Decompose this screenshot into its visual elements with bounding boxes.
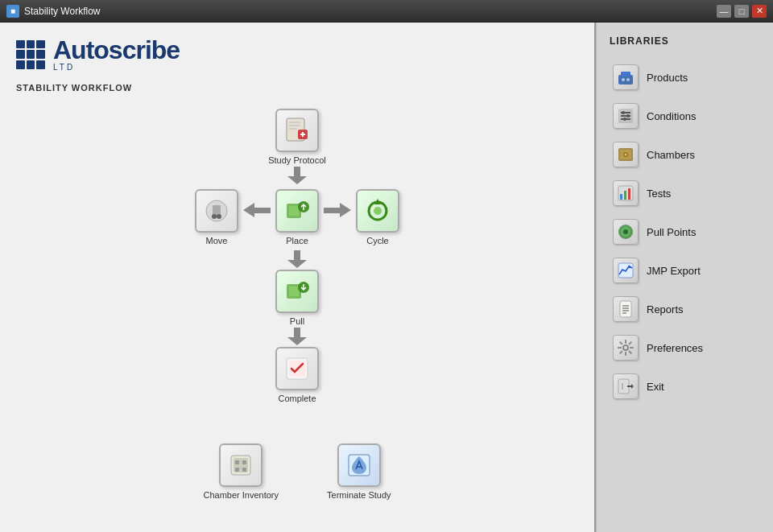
sidebar-item-exit[interactable]: Exit — [606, 369, 763, 404]
terminate-study-label: Terminate Study — [327, 490, 391, 500]
svg-point-39 — [623, 118, 626, 121]
bottom-steps: Chamber Inventory Terminate Study — [203, 443, 391, 524]
chambers-icon — [613, 142, 639, 167]
svg-rect-17 — [289, 287, 299, 296]
place-label: Place — [286, 236, 308, 245]
move-step[interactable]: Move — [195, 189, 238, 245]
svg-rect-25 — [235, 468, 239, 472]
svg-rect-12 — [289, 206, 299, 216]
svg-rect-46 — [624, 191, 626, 200]
svg-rect-26 — [242, 468, 246, 472]
sidebar-item-products[interactable]: Products — [606, 60, 763, 95]
exit-icon — [613, 373, 639, 399]
terminate-study-step[interactable]: Terminate Study — [327, 443, 391, 500]
pull-label: Pull — [290, 316, 304, 326]
svg-rect-2 — [289, 125, 300, 126]
svg-rect-24 — [242, 460, 246, 464]
right-panel: LIBRARIES Products — [596, 23, 773, 532]
svg-marker-62 — [631, 384, 634, 389]
svg-rect-30 — [621, 72, 630, 76]
maximize-button[interactable]: □ — [734, 5, 749, 18]
jmp-export-icon — [613, 258, 639, 283]
svg-point-37 — [622, 111, 625, 114]
svg-point-59 — [624, 346, 627, 349]
svg-point-10 — [217, 214, 221, 219]
logo-grid-icon — [16, 40, 45, 69]
sidebar-item-reports[interactable]: Reports — [606, 291, 763, 327]
svg-rect-53 — [620, 301, 631, 317]
pull-icon — [275, 270, 319, 313]
move-label: Move — [206, 236, 228, 245]
svg-rect-1 — [289, 122, 300, 123]
title-bar: ■ Stability Workflow — □ ✕ — [0, 0, 773, 23]
jmp-export-label: JMP Export — [647, 265, 701, 277]
products-icon — [613, 64, 639, 90]
move-icon — [195, 189, 238, 233]
arrow-sp-to-place — [286, 167, 308, 184]
logo-subtitle: LTD — [53, 63, 180, 72]
sidebar-item-conditions[interactable]: Conditions — [606, 98, 763, 134]
left-panel: Autoscribe LTD STABILITY WORKFLOW — [0, 23, 596, 532]
cycle-icon — [356, 189, 399, 233]
logo-area: Autoscribe LTD — [16, 31, 578, 75]
chambers-label: Chambers — [647, 149, 695, 161]
sidebar-title: LIBRARIES — [610, 35, 763, 47]
section-title: STABILITY WORKFLOW — [16, 83, 578, 93]
svg-point-43 — [625, 154, 627, 156]
svg-rect-3 — [289, 128, 297, 130]
pull-step[interactable]: Pull — [275, 270, 319, 326]
study-protocol-icon — [275, 109, 319, 152]
preferences-label: Preferences — [647, 342, 703, 354]
svg-rect-47 — [628, 188, 630, 200]
study-protocol-step[interactable]: Study Protocol — [268, 109, 326, 165]
sidebar-item-jmp-export[interactable]: JMP Export — [606, 253, 763, 288]
study-protocol-label: Study Protocol — [268, 155, 326, 165]
cycle-label: Cycle — [366, 236, 389, 245]
place-icon — [275, 189, 319, 233]
pull-points-icon — [613, 219, 639, 245]
svg-point-32 — [626, 78, 630, 81]
pull-points-label: Pull Points — [647, 226, 696, 238]
svg-rect-23 — [235, 460, 239, 464]
reports-label: Reports — [647, 303, 684, 315]
chamber-inventory-icon — [219, 443, 262, 487]
cycle-step[interactable]: Cycle — [356, 189, 399, 245]
svg-point-50 — [623, 229, 628, 234]
terminate-study-icon — [337, 443, 381, 487]
svg-rect-45 — [620, 194, 622, 200]
close-button[interactable]: ✕ — [752, 5, 767, 18]
arrow-pull-to-complete — [286, 328, 308, 345]
svg-point-9 — [212, 214, 217, 219]
sidebar-item-tests[interactable]: Tests — [606, 175, 763, 211]
complete-label: Complete — [278, 394, 316, 403]
logo-name: Autoscribe — [53, 37, 180, 63]
arrow-place-to-pull — [286, 250, 308, 268]
chamber-inventory-label: Chamber Inventory — [203, 490, 279, 500]
reports-icon — [613, 296, 639, 322]
svg-point-38 — [626, 114, 630, 118]
tests-label: Tests — [647, 188, 671, 200]
window-title: Stability Workflow — [24, 6, 717, 17]
place-step[interactable]: Place — [275, 189, 319, 245]
workflow-area: Study Protocol Move — [16, 109, 578, 524]
conditions-label: Conditions — [647, 110, 696, 122]
complete-step[interactable]: Complete — [275, 347, 319, 403]
minimize-button[interactable]: — — [717, 5, 731, 18]
svg-point-31 — [622, 78, 625, 81]
app-icon: ■ — [6, 5, 19, 18]
conditions-icon — [613, 103, 639, 129]
preferences-icon — [613, 335, 639, 361]
logo-text: Autoscribe LTD — [53, 37, 180, 72]
sidebar-item-chambers[interactable]: Chambers — [606, 137, 763, 172]
window-controls: — □ ✕ — [717, 5, 767, 18]
complete-icon — [275, 347, 319, 390]
sidebar-item-pull-points[interactable]: Pull Points — [606, 214, 763, 250]
horizontal-row: Move — [195, 189, 399, 245]
svg-point-15 — [374, 207, 382, 215]
products-label: Products — [647, 72, 688, 84]
exit-label: Exit — [647, 381, 664, 393]
main-container: Autoscribe LTD STABILITY WORKFLOW — [0, 23, 773, 532]
sidebar-item-preferences[interactable]: Preferences — [606, 330, 763, 365]
tests-icon — [613, 180, 639, 206]
chamber-inventory-step[interactable]: Chamber Inventory — [203, 443, 279, 500]
